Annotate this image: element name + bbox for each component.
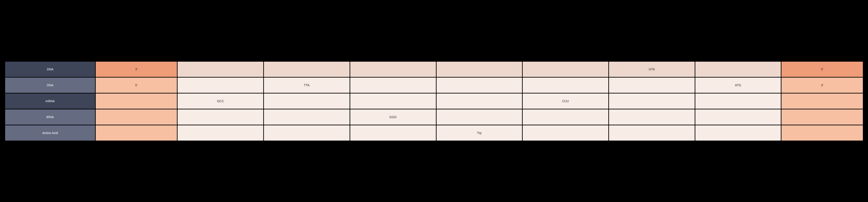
codon-cell [437,62,522,77]
codon-cell [437,78,522,93]
strand-direction-left [96,125,177,141]
codon-cell [437,109,522,125]
codon-cell [695,62,781,77]
codon-cell [437,94,522,109]
codon-cell [350,78,436,93]
codon-cell [178,78,263,93]
table-row: DNA3'GTA5' [5,62,863,77]
table-row: Amino AcidTrp [5,125,863,141]
row-label: DNA [5,62,95,77]
row-label: DNA [5,78,95,93]
codon-cell [523,109,608,125]
codon-cell [523,62,608,77]
row-label: tRNA [5,109,95,125]
codon-cell: CUU [523,94,608,109]
codon-cell: GCC [178,94,263,109]
strand-direction-left: 3' [96,62,177,77]
codon-cell [350,125,436,141]
codon-cell [178,62,263,77]
codon-cell [609,78,695,93]
table-row: tRNAGGG [5,109,863,125]
codon-cell [523,125,608,141]
codon-cell [609,125,695,141]
codon-cell [609,94,695,109]
strand-direction-right [781,109,863,125]
codon-cell [350,94,436,109]
strand-direction-left [96,109,177,125]
codon-cell: TTA [264,78,349,93]
codon-cell [264,94,349,109]
codon-cell [695,109,781,125]
codon-cell [523,78,608,93]
table-row: mRNAGCCCUU [5,94,863,109]
codon-cell [609,109,695,125]
codon-table-grid: DNA3'GTA5'DNA5'TTAATG3'mRNAGCCCUUtRNAGGG… [4,61,864,141]
codon-cell: ATG [695,78,781,93]
codon-cell [264,62,349,77]
codon-cell [264,125,349,141]
codon-table: DNA3'GTA5'DNA5'TTAATG3'mRNAGCCCUUtRNAGGG… [4,61,864,141]
codon-cell [350,62,436,77]
strand-direction-right [781,125,863,141]
row-label: Amino Acid [5,125,95,141]
codon-cell [695,125,781,141]
codon-cell: Trp [437,125,522,141]
codon-cell [178,109,263,125]
strand-direction-left [96,94,177,109]
codon-cell [178,125,263,141]
strand-direction-right [781,94,863,109]
codon-cell [264,109,349,125]
table-row: DNA5'TTAATG3' [5,78,863,93]
codon-cell [695,94,781,109]
row-label: mRNA [5,94,95,109]
codon-cell: GTA [609,62,695,77]
codon-cell: GGG [350,109,436,125]
strand-direction-right: 3' [781,78,863,93]
strand-direction-left: 5' [96,78,177,93]
strand-direction-right: 5' [781,62,863,77]
